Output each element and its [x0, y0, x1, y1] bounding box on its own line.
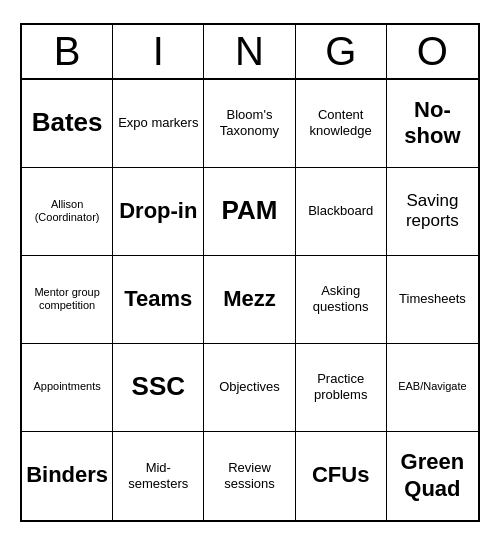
- bingo-cell: SSC: [113, 344, 204, 432]
- cell-text: Appointments: [33, 380, 100, 393]
- cell-text: Allison (Coordinator): [26, 198, 108, 224]
- bingo-card: BINGO BatesExpo markersBloom's TaxonomyC…: [20, 23, 480, 522]
- bingo-cell: Mentor group competition: [22, 256, 113, 344]
- cell-text: Blackboard: [308, 203, 373, 219]
- bingo-cell: Mid-semesters: [113, 432, 204, 520]
- bingo-letter: B: [22, 25, 113, 78]
- cell-text: SSC: [132, 371, 185, 402]
- cell-text: No-show: [391, 97, 474, 150]
- cell-text: Mid-semesters: [117, 460, 199, 491]
- bingo-cell: Expo markers: [113, 80, 204, 168]
- cell-text: Saving reports: [391, 191, 474, 232]
- bingo-letter: G: [296, 25, 387, 78]
- bingo-cell: Content knowledge: [296, 80, 387, 168]
- bingo-cell: Appointments: [22, 344, 113, 432]
- bingo-grid: BatesExpo markersBloom's TaxonomyContent…: [22, 80, 478, 520]
- cell-text: Teams: [124, 286, 192, 312]
- bingo-cell: Green Quad: [387, 432, 478, 520]
- cell-text: PAM: [222, 195, 278, 226]
- bingo-cell: Blackboard: [296, 168, 387, 256]
- bingo-cell: Mezz: [204, 256, 295, 344]
- cell-text: Green Quad: [391, 449, 474, 502]
- bingo-cell: Practice problems: [296, 344, 387, 432]
- bingo-letter: I: [113, 25, 204, 78]
- bingo-cell: EAB/Navigate: [387, 344, 478, 432]
- bingo-cell: Asking questions: [296, 256, 387, 344]
- bingo-cell: Teams: [113, 256, 204, 344]
- bingo-letter: O: [387, 25, 478, 78]
- cell-text: Review sessions: [208, 460, 290, 491]
- cell-text: Content knowledge: [300, 107, 382, 138]
- bingo-cell: Bates: [22, 80, 113, 168]
- cell-text: Objectives: [219, 379, 280, 395]
- bingo-cell: Objectives: [204, 344, 295, 432]
- bingo-cell: Saving reports: [387, 168, 478, 256]
- bingo-cell: Binders: [22, 432, 113, 520]
- bingo-cell: Review sessions: [204, 432, 295, 520]
- cell-text: Bloom's Taxonomy: [208, 107, 290, 138]
- bingo-cell: Timesheets: [387, 256, 478, 344]
- cell-text: Expo markers: [118, 115, 198, 131]
- cell-text: EAB/Navigate: [398, 380, 466, 393]
- cell-text: Asking questions: [300, 283, 382, 314]
- bingo-letter: N: [204, 25, 295, 78]
- bingo-cell: PAM: [204, 168, 295, 256]
- cell-text: Mentor group competition: [26, 286, 108, 312]
- bingo-cell: No-show: [387, 80, 478, 168]
- cell-text: Binders: [26, 462, 108, 488]
- bingo-cell: CFUs: [296, 432, 387, 520]
- cell-text: Drop-in: [119, 198, 197, 224]
- bingo-cell: Drop-in: [113, 168, 204, 256]
- bingo-header: BINGO: [22, 25, 478, 80]
- bingo-cell: Allison (Coordinator): [22, 168, 113, 256]
- cell-text: Bates: [32, 107, 103, 138]
- cell-text: Mezz: [223, 286, 276, 312]
- cell-text: Timesheets: [399, 291, 466, 307]
- cell-text: Practice problems: [300, 371, 382, 402]
- bingo-cell: Bloom's Taxonomy: [204, 80, 295, 168]
- cell-text: CFUs: [312, 462, 369, 488]
